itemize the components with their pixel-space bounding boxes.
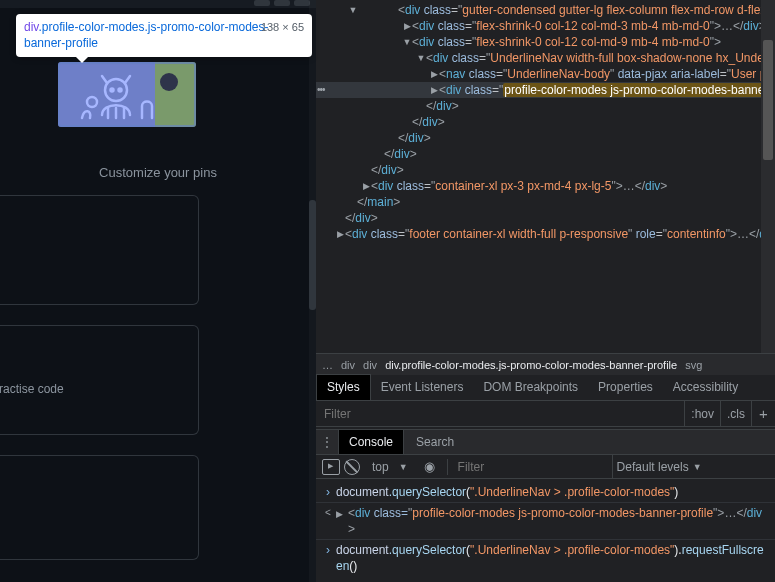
- tab-dom-breakpoints[interactable]: DOM Breakpoints: [473, 375, 588, 400]
- tooltip-tag: div: [24, 20, 38, 34]
- dom-node[interactable]: ▶<div class="container-xl px-3 px-md-4 p…: [316, 178, 775, 194]
- crumb-item[interactable]: svg: [685, 359, 702, 371]
- console-input-line[interactable]: › document.querySelector(".UnderlineNav …: [316, 482, 775, 503]
- tab-console[interactable]: Console: [338, 430, 404, 454]
- dom-node[interactable]: ▼<div class="gutter-condensed gutter-lg …: [316, 2, 775, 18]
- clear-console-icon[interactable]: [344, 459, 360, 475]
- live-expression-icon[interactable]: ◉: [418, 459, 441, 474]
- styles-filter-row: :hov .cls +: [316, 401, 775, 427]
- context-selector[interactable]: top: [364, 460, 395, 474]
- new-style-rule-button[interactable]: +: [751, 401, 775, 426]
- console-toolbar: top ▼ ◉ Default levels▼: [316, 455, 775, 479]
- crumb-item-selected[interactable]: div.profile-color-modes.js-promo-color-m…: [385, 359, 677, 371]
- pinned-card[interactable]: [0, 195, 199, 305]
- styles-filter-input[interactable]: [316, 407, 684, 421]
- card-description: ractise code: [0, 382, 64, 396]
- crumb-item[interactable]: div: [363, 359, 377, 371]
- log-levels-selector[interactable]: Default levels▼: [612, 455, 706, 478]
- dom-node[interactable]: </main>: [316, 194, 775, 210]
- color-modes-banner[interactable]: [58, 62, 196, 127]
- output-icon: <: [320, 505, 336, 537]
- cls-toggle[interactable]: .cls: [720, 401, 751, 426]
- toggle-drawer-icon[interactable]: [322, 459, 340, 475]
- dom-node[interactable]: </div>: [316, 146, 775, 162]
- styles-tabstrip: Styles Event Listeners DOM Breakpoints P…: [316, 375, 775, 401]
- svg-point-3: [87, 97, 97, 107]
- breadcrumb[interactable]: … div div div.profile-color-modes.js-pro…: [316, 353, 775, 375]
- console-input-line[interactable]: › document.querySelector(".UnderlineNav …: [316, 540, 775, 576]
- inspect-tooltip: div.profile-color-modes.js-promo-color-m…: [16, 14, 312, 57]
- dom-node[interactable]: ▶<div class="flex-shrink-0 col-12 col-md…: [316, 18, 775, 34]
- tab-properties[interactable]: Properties: [588, 375, 663, 400]
- dom-node[interactable]: </div>: [316, 114, 775, 130]
- dom-node[interactable]: ▼<div class="flex-shrink-0 col-12 col-md…: [316, 34, 775, 50]
- hov-toggle[interactable]: :hov: [684, 401, 720, 426]
- page-preview-pane: div.profile-color-modes.js-promo-color-m…: [0, 0, 316, 582]
- pinned-card[interactable]: ractise code: [0, 325, 199, 435]
- svg-point-4: [160, 73, 178, 91]
- console-output[interactable]: › document.querySelector(".UnderlineNav …: [316, 479, 775, 582]
- dom-node[interactable]: ▶<div class="footer container-xl width-f…: [316, 226, 775, 242]
- console-drawer-header: ⋮ Console Search: [316, 429, 775, 455]
- dom-node[interactable]: </div>: [316, 210, 775, 226]
- svg-point-1: [111, 88, 114, 91]
- prompt-icon: ›: [320, 484, 336, 500]
- dom-node-selected[interactable]: ▶<div class="profile-color-modes js-prom…: [316, 82, 775, 98]
- console-output-line[interactable]: < ▶ <div class="profile-color-modes js-p…: [316, 503, 775, 540]
- prompt-icon: ›: [320, 542, 336, 574]
- page-header-strip: [0, 0, 316, 8]
- tooltip-dimensions: 138 × 65: [261, 20, 304, 34]
- customize-pins-link[interactable]: Customize your pins: [0, 165, 316, 180]
- crumb-item[interactable]: div: [341, 359, 355, 371]
- tab-event-listeners[interactable]: Event Listeners: [371, 375, 474, 400]
- drawer-menu-icon[interactable]: ⋮: [316, 435, 338, 449]
- dom-node[interactable]: ▼<div class="UnderlineNav width-full box…: [316, 50, 775, 66]
- octocat-icon: [72, 70, 182, 120]
- devtools-panel: ▼<div class="gutter-condensed gutter-lg …: [316, 0, 775, 582]
- svg-point-2: [119, 88, 122, 91]
- dom-node[interactable]: </div>: [316, 98, 775, 114]
- scrollbar-thumb[interactable]: [763, 40, 773, 160]
- chevron-down-icon: ▼: [399, 462, 414, 472]
- dom-node[interactable]: ▶<nav class="UnderlineNav-body" data-pja…: [316, 66, 775, 82]
- svg-point-0: [105, 79, 127, 101]
- tab-styles[interactable]: Styles: [316, 374, 371, 400]
- tab-accessibility[interactable]: Accessibility: [663, 375, 748, 400]
- console-filter-input[interactable]: [454, 460, 608, 474]
- dom-node[interactable]: </div>: [316, 162, 775, 178]
- elements-tree[interactable]: ▼<div class="gutter-condensed gutter-lg …: [316, 0, 775, 353]
- pinned-card[interactable]: [0, 455, 199, 560]
- scrollbar-thumb[interactable]: [309, 200, 316, 310]
- tooltip-classes: .profile-color-modes.js-promo-color-mode…: [24, 20, 269, 50]
- expand-icon[interactable]: ▶: [336, 505, 348, 537]
- dom-node[interactable]: </div>: [316, 130, 775, 146]
- tab-search[interactable]: Search: [404, 435, 466, 449]
- crumb-item[interactable]: …: [322, 359, 333, 371]
